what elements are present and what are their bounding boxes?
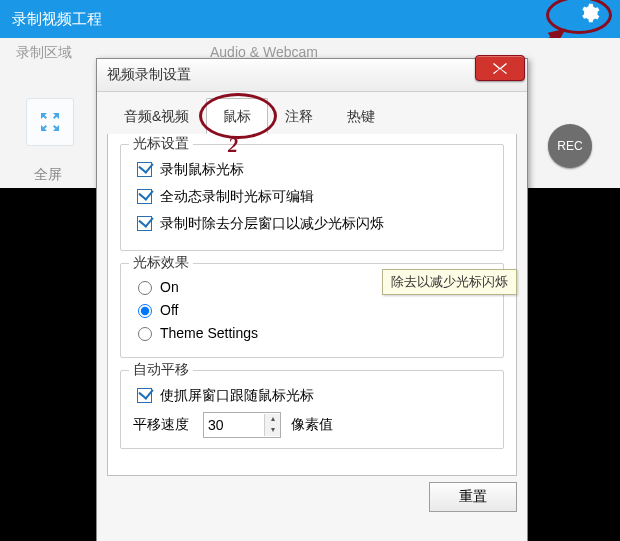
dialog-titlebar[interactable]: 视频录制设置 — [97, 59, 527, 92]
label-remove-layered: 录制时除去分层窗口以减少光标闪烁 — [160, 215, 384, 233]
row-effect-theme: Theme Settings — [133, 324, 493, 341]
section-label-record-area: 录制区域 — [16, 44, 72, 62]
row-pan-speed: 平移速度 ▴ ▾ 像素值 — [133, 412, 493, 438]
tab-bar: 音频&视频 鼠标 注释 热键 — [107, 98, 517, 134]
label-effect-theme: Theme Settings — [160, 325, 258, 341]
spinner-buttons: ▴ ▾ — [264, 414, 280, 436]
legend-cursor-effect: 光标效果 — [129, 254, 193, 272]
fullscreen-button[interactable] — [26, 98, 74, 146]
tab-content: 光标设置 录制鼠标光标 全动态录制时光标可编辑 录制时除去分层窗口以减少光标闪烁… — [107, 134, 517, 476]
fullscreen-label: 全屏 — [34, 166, 62, 184]
label-pan-unit: 像素值 — [291, 416, 333, 434]
checkbox-follow-cursor[interactable] — [137, 388, 152, 403]
tab-mouse[interactable]: 鼠标 — [206, 98, 268, 134]
dialog-title: 视频录制设置 — [107, 66, 191, 84]
tab-hotkey[interactable]: 热键 — [330, 98, 392, 134]
legend-cursor-settings: 光标设置 — [129, 135, 193, 153]
annotation-number-2: 2 — [228, 134, 238, 157]
label-pan-speed: 平移速度 — [133, 416, 203, 434]
row-follow-cursor: 使抓屏窗口跟随鼠标光标 — [133, 385, 493, 406]
tab-audio-video[interactable]: 音频&视频 — [107, 98, 206, 134]
close-icon — [492, 62, 508, 74]
label-effect-off: Off — [160, 302, 178, 318]
app-titlebar: 录制视频工程 — [0, 0, 620, 38]
radio-effect-on[interactable] — [138, 281, 152, 295]
label-follow-cursor: 使抓屏窗口跟随鼠标光标 — [160, 387, 314, 405]
label-record-cursor: 录制鼠标光标 — [160, 161, 244, 179]
tab-mouse-label: 鼠标 — [223, 108, 251, 124]
radio-effect-theme[interactable] — [138, 327, 152, 341]
pan-speed-spinner: ▴ ▾ — [203, 412, 281, 438]
checkbox-editable-cursor[interactable] — [137, 189, 152, 204]
dialog-close-button[interactable] — [475, 55, 525, 81]
record-button[interactable]: REC — [548, 124, 592, 168]
dialog-button-row: 重置 — [97, 482, 517, 512]
spinner-down[interactable]: ▾ — [265, 425, 280, 436]
tab-annotation[interactable]: 注释 — [268, 98, 330, 134]
checkbox-remove-layered[interactable] — [137, 216, 152, 231]
reset-button[interactable]: 重置 — [429, 482, 517, 512]
group-auto-pan: 自动平移 使抓屏窗口跟随鼠标光标 平移速度 ▴ ▾ 像素值 — [120, 370, 504, 449]
legend-auto-pan: 自动平移 — [129, 361, 193, 379]
record-button-label: REC — [557, 139, 582, 153]
radio-effect-off[interactable] — [138, 304, 152, 318]
tooltip-remove-layered: 除去以减少光标闪烁 — [382, 269, 517, 295]
group-cursor-settings: 光标设置 录制鼠标光标 全动态录制时光标可编辑 录制时除去分层窗口以减少光标闪烁 — [120, 144, 504, 251]
label-editable-cursor: 全动态录制时光标可编辑 — [160, 188, 314, 206]
checkbox-record-cursor[interactable] — [137, 162, 152, 177]
pan-speed-input[interactable] — [204, 414, 264, 436]
app-title: 录制视频工程 — [12, 10, 102, 29]
row-remove-layered: 录制时除去分层窗口以减少光标闪烁 — [133, 213, 493, 234]
label-effect-on: On — [160, 279, 179, 295]
settings-dialog: 视频录制设置 音频&视频 鼠标 注释 热键 光标设置 录制鼠标光标 全动态录制时… — [96, 58, 528, 541]
row-effect-off: Off — [133, 301, 493, 318]
row-record-cursor: 录制鼠标光标 — [133, 159, 493, 180]
row-editable-cursor: 全动态录制时光标可编辑 — [133, 186, 493, 207]
fullscreen-icon — [38, 110, 62, 134]
spinner-up[interactable]: ▴ — [265, 414, 280, 425]
